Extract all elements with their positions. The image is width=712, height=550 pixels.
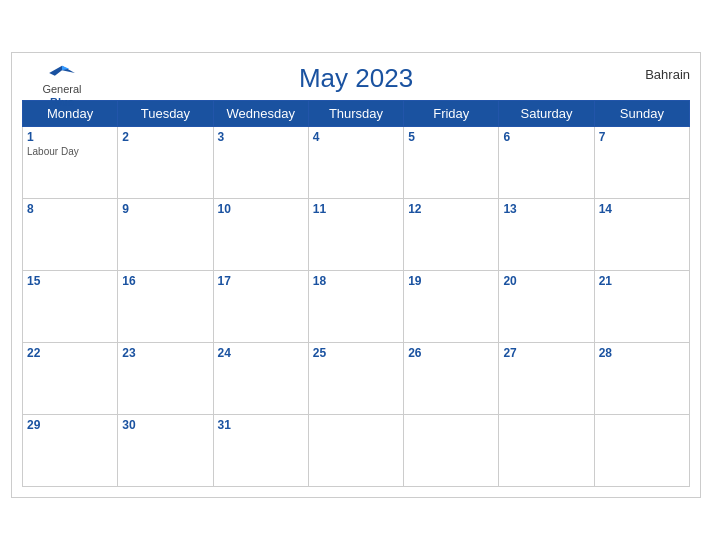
- header-thursday: Thursday: [308, 101, 403, 127]
- header-sunday: Sunday: [594, 101, 689, 127]
- day-cell: 25: [308, 343, 403, 415]
- logo-general: General: [42, 83, 81, 96]
- header-friday: Friday: [404, 101, 499, 127]
- day-cell: 24: [213, 343, 308, 415]
- day-number: 7: [599, 130, 685, 144]
- day-number: 6: [503, 130, 589, 144]
- week-row-1: 1Labour Day234567: [23, 127, 690, 199]
- day-number: 18: [313, 274, 399, 288]
- day-number: 2: [122, 130, 208, 144]
- day-cell: 13: [499, 199, 594, 271]
- day-number: 5: [408, 130, 494, 144]
- day-cell: 6: [499, 127, 594, 199]
- day-number: 26: [408, 346, 494, 360]
- day-cell: 20: [499, 271, 594, 343]
- day-cell: [499, 415, 594, 487]
- day-cell: 17: [213, 271, 308, 343]
- day-cell: 10: [213, 199, 308, 271]
- day-cell: 23: [118, 343, 213, 415]
- day-cell: 11: [308, 199, 403, 271]
- day-cell: 2: [118, 127, 213, 199]
- weekday-header-row: Monday Tuesday Wednesday Thursday Friday…: [23, 101, 690, 127]
- day-number: 8: [27, 202, 113, 216]
- header-tuesday: Tuesday: [118, 101, 213, 127]
- day-number: 27: [503, 346, 589, 360]
- day-cell: 19: [404, 271, 499, 343]
- header-saturday: Saturday: [499, 101, 594, 127]
- week-row-5: 293031: [23, 415, 690, 487]
- day-number: 12: [408, 202, 494, 216]
- week-row-3: 15161718192021: [23, 271, 690, 343]
- day-number: 29: [27, 418, 113, 432]
- day-number: 3: [218, 130, 304, 144]
- logo: General Blue: [22, 63, 102, 109]
- day-number: 30: [122, 418, 208, 432]
- day-number: 4: [313, 130, 399, 144]
- day-number: 23: [122, 346, 208, 360]
- day-cell: 28: [594, 343, 689, 415]
- day-number: 22: [27, 346, 113, 360]
- day-cell: 29: [23, 415, 118, 487]
- logo-bird-icon: [47, 63, 77, 83]
- day-cell: 8: [23, 199, 118, 271]
- day-cell: 27: [499, 343, 594, 415]
- day-cell: 7: [594, 127, 689, 199]
- day-number: 14: [599, 202, 685, 216]
- day-cell: [404, 415, 499, 487]
- day-cell: 22: [23, 343, 118, 415]
- week-row-2: 891011121314: [23, 199, 690, 271]
- calendar-header: General Blue May 2023 Bahrain: [22, 63, 690, 94]
- day-cell: 21: [594, 271, 689, 343]
- header-wednesday: Wednesday: [213, 101, 308, 127]
- day-number: 20: [503, 274, 589, 288]
- day-number: 11: [313, 202, 399, 216]
- day-cell: 26: [404, 343, 499, 415]
- day-cell: 18: [308, 271, 403, 343]
- week-row-4: 22232425262728: [23, 343, 690, 415]
- day-number: 31: [218, 418, 304, 432]
- day-number: 19: [408, 274, 494, 288]
- country-label: Bahrain: [645, 67, 690, 82]
- day-cell: 4: [308, 127, 403, 199]
- day-number: 10: [218, 202, 304, 216]
- day-number: 16: [122, 274, 208, 288]
- day-cell: [594, 415, 689, 487]
- day-cell: 31: [213, 415, 308, 487]
- day-number: 17: [218, 274, 304, 288]
- day-number: 13: [503, 202, 589, 216]
- day-cell: 9: [118, 199, 213, 271]
- day-number: 28: [599, 346, 685, 360]
- day-number: 9: [122, 202, 208, 216]
- day-cell: 30: [118, 415, 213, 487]
- day-number: 25: [313, 346, 399, 360]
- day-cell: 12: [404, 199, 499, 271]
- day-event: Labour Day: [27, 146, 113, 157]
- day-cell: 15: [23, 271, 118, 343]
- day-cell: 5: [404, 127, 499, 199]
- day-number: 15: [27, 274, 113, 288]
- day-cell: 1Labour Day: [23, 127, 118, 199]
- calendar-title: May 2023: [299, 63, 413, 94]
- calendar-container: General Blue May 2023 Bahrain Monday Tue…: [11, 52, 701, 498]
- calendar-table: Monday Tuesday Wednesday Thursday Friday…: [22, 100, 690, 487]
- day-number: 21: [599, 274, 685, 288]
- day-cell: [308, 415, 403, 487]
- day-cell: 16: [118, 271, 213, 343]
- logo-blue: Blue: [50, 96, 74, 109]
- day-number: 1: [27, 130, 113, 144]
- day-cell: 3: [213, 127, 308, 199]
- day-cell: 14: [594, 199, 689, 271]
- calendar-body: 1Labour Day23456789101112131415161718192…: [23, 127, 690, 487]
- day-number: 24: [218, 346, 304, 360]
